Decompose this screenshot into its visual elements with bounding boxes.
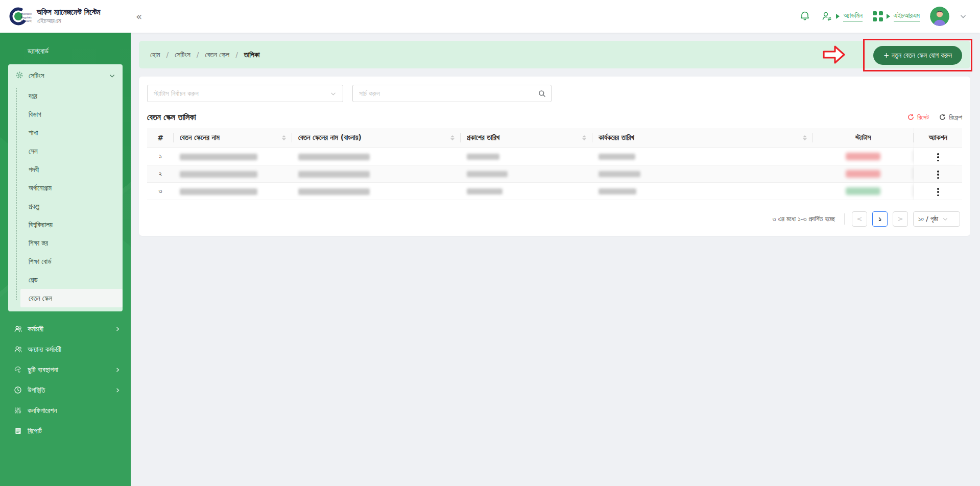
apps-grid-icon[interactable] [873,11,883,21]
pay-scale-table: # বেতন স্কেলের নাম বেতন স্কেলের নাম (বাং… [147,128,962,200]
subitem-label: শিক্ষা স্তর [29,239,48,248]
chevron-right-icon [115,326,121,332]
sidebar-item-label: অন্যান্য কর্মচারী [28,345,121,354]
reset-label: রিসেট [917,113,929,121]
sidebar-subitem-pay-scale-active[interactable]: বেতন স্কেল [20,289,123,307]
status-badge [846,187,880,195]
filter-row: স্ট্যাটাস নির্বাচন করুন [147,85,962,102]
brand: Microcredit Regulatory Authority অফিস ম্… [0,5,131,28]
pagination-page-1[interactable]: ১ [872,211,888,227]
sidebar-subitem-organogram[interactable]: অর্গানোগ্রাম [8,179,123,197]
row-actions-kebab-icon[interactable] [934,151,942,163]
logo-text-line1: Microcredit [21,12,32,15]
logo-text-line3: Authority [21,19,32,23]
sidebar-item-other-employees[interactable]: অন্যান্য কর্মচারী [0,339,131,359]
notification-bell-icon[interactable] [799,10,811,22]
breadcrumb-separator: / [235,51,238,59]
breadcrumb-list: তালিকা [244,51,260,59]
redacted-publish-date [467,188,503,195]
add-pay-scale-button[interactable]: + নতুন বেতন স্কেল যোগ করুন [873,46,962,65]
sidebar-item-configuration[interactable]: কনফিগারেশন [0,400,131,421]
sidebar-subitem-daptar[interactable]: দপ্তর [8,87,123,105]
reset-link[interactable]: রিসেট [907,113,929,121]
sort-icon[interactable] [582,135,586,140]
sidebar-item-report[interactable]: রিপোর্ট [0,421,131,441]
subitem-label: পদবী [29,165,39,174]
table-title-row: বেতন স্কেল তালিকা রিসেট রিফ্রেশ [147,112,962,122]
sidebar-item-settings[interactable]: সেটিংস [8,64,123,87]
col-name-bn[interactable]: বেতন স্কেলের নাম (বাংলায়) [292,128,461,148]
reset-icon [907,114,914,120]
subitem-label: দপ্তর [29,92,37,101]
sort-icon[interactable] [282,135,286,140]
page-size-value: ১০ / পৃষ্ঠা [918,215,938,223]
select-chevron-down-icon [330,90,337,97]
breadcrumb-home[interactable]: হোম [150,51,160,59]
sidebar-subitem-university[interactable]: বিশ্ববিদ্যালয় [8,215,123,234]
sidebar-subitem-bibhag[interactable]: বিভাগ [8,105,123,124]
sidebar-item-attendance[interactable]: উপস্থিতি [0,380,131,400]
row-serial: ১ [147,148,174,165]
sidebar-item-label: ছুটি ব্যবস্থাপনা [28,366,110,374]
status-filter-select[interactable]: স্ট্যাটাস নির্বাচন করুন [147,85,343,102]
redacted-effective-date [599,171,640,177]
table-actions: রিসেট রিফ্রেশ [907,113,962,121]
sidebar-subitem-cell[interactable]: সেল [8,142,123,160]
col-action: অ্যাকশন [914,128,962,148]
app-subtitle: এইচআরএম [37,17,100,25]
refresh-link[interactable]: রিফ্রেশ [939,113,962,121]
redacted-name-bn [298,188,370,195]
clock-icon [13,386,22,394]
row-serial: ৩ [147,182,174,200]
pagination-next-button[interactable]: > [893,211,908,227]
redacted-effective-date [599,188,636,195]
redacted-publish-date [467,171,508,177]
pagination: ৩ এর মধ্যে ১-৩ প্রদর্শিত হচ্ছে < ১ > ১০ … [147,211,960,227]
admin-link[interactable]: অ্যাডমিন [843,11,863,21]
row-serial: ২ [147,165,174,182]
sidebar-subitem-grade[interactable]: গ্রেড [8,271,123,289]
workspace-link[interactable]: এইচআরএম [894,11,920,21]
breadcrumb-pay-scale[interactable]: বেতন স্কেল [205,51,230,59]
profile-chevron-down-icon[interactable] [960,13,967,20]
col-publish-date[interactable]: প্রকাশের তারিখ [461,128,592,148]
status-badge [846,170,880,178]
sidebar-item-label: উপস্থিতি [28,386,110,395]
pagination-prev-button[interactable]: < [852,211,867,227]
report-document-icon [13,427,22,435]
people-icon [13,345,22,353]
sidebar-subitem-prokolpo[interactable]: প্রকল্প [8,197,123,215]
col-label: বেতন স্কেলের নাম (বাংলায়) [298,133,446,142]
annotation-red-arrow [822,45,846,64]
top-header: Microcredit Regulatory Authority অফিস ম্… [0,0,980,33]
sidebar-item-employees[interactable]: কর্মচারী [0,319,131,339]
switch-user-icon[interactable] [821,11,832,22]
sort-icon[interactable] [803,135,807,140]
breadcrumb-settings[interactable]: সেটিংস [175,51,190,59]
sidebar-item-dashboard[interactable]: ড্যাশবোর্ড [0,41,131,61]
redacted-name [180,188,257,195]
col-effective-date[interactable]: কার্যকরের তারিখ [592,128,813,148]
row-actions-kebab-icon[interactable] [934,186,942,198]
col-status: স্ট্যাটাস [813,128,914,148]
sidebar-item-label: রিপোর্ট [28,427,121,435]
sort-icon[interactable] [450,135,455,140]
col-label: প্রকাশের তারিখ [467,133,578,142]
search-icon[interactable] [538,90,546,98]
page-size-select[interactable]: ১০ / পৃষ্ঠা [913,211,960,227]
sidebar-lower-group: কর্মচারী অন্যান্য কর্মচারী [0,319,131,441]
sidebar-subitem-padabi[interactable]: পদবী [8,160,123,179]
chevron-down-icon [109,72,115,79]
search-input[interactable] [359,89,538,98]
sliders-icon [13,406,22,415]
sidebar-collapse-button[interactable]: « [136,10,142,22]
sidebar-subitem-shakha[interactable]: শাখা [8,124,123,142]
sidebar-subitem-education-level[interactable]: শিক্ষা স্তর [8,234,123,252]
sidebar-subitem-education-board[interactable]: শিক্ষা বোর্ড [8,252,123,271]
table-row: ২ [147,165,962,182]
subitem-label: সেল [29,147,38,156]
sidebar-item-leave-management[interactable]: ছুটি ব্যবস্থাপনা [0,359,131,380]
row-actions-kebab-icon[interactable] [934,168,942,181]
col-name[interactable]: বেতন স্কেলের নাম [174,128,292,148]
user-avatar[interactable] [930,7,949,26]
